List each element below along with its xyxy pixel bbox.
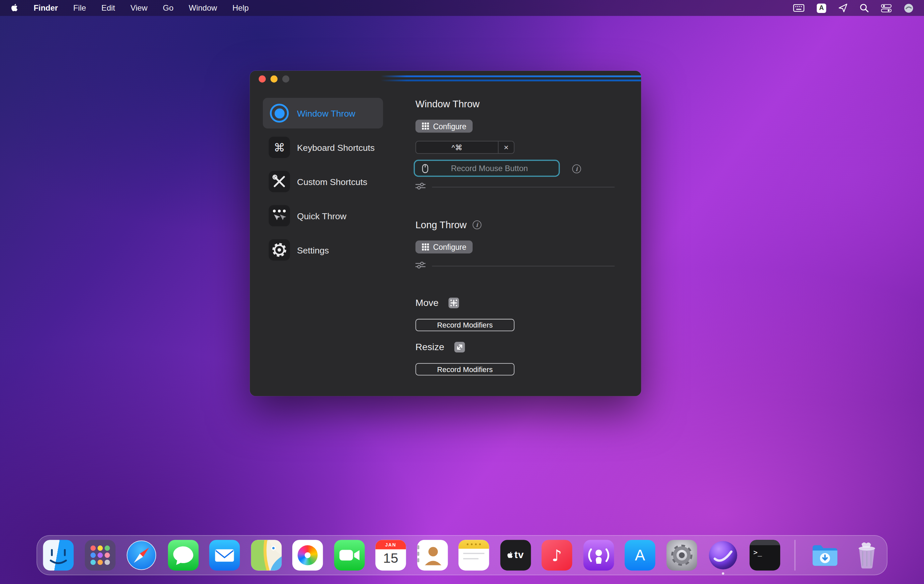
dock-item-system-preferences[interactable]: [666, 540, 697, 571]
terminal-prompt: >_: [753, 548, 780, 556]
long-throw-heading: Long Throw i: [416, 219, 481, 231]
move-record-modifiers-button[interactable]: Record Modifiers: [416, 319, 515, 331]
window-throw-heading: Window Throw: [416, 98, 480, 110]
grid-icon: [422, 244, 429, 251]
keyboard-shortcut-field[interactable]: ^⌘ ×: [416, 141, 515, 154]
traffic-lights: [259, 76, 289, 82]
apple-icon: [11, 3, 18, 13]
calendar-day: 15: [375, 551, 406, 566]
dock-item-finder[interactable]: [43, 540, 74, 571]
dock-item-maps[interactable]: [251, 540, 281, 571]
tv-label: tv: [515, 549, 524, 561]
menu-edit[interactable]: Edit: [101, 4, 115, 13]
move-row: Move: [416, 298, 459, 308]
location-icon[interactable]: [839, 4, 848, 13]
advanced-options-icon-window-throw[interactable]: [416, 181, 426, 192]
app-menu-finder[interactable]: Finder: [33, 4, 58, 13]
sidebar-item-window-throw[interactable]: Window Throw: [263, 98, 383, 129]
command-icon: ⌘: [269, 137, 290, 158]
menu-help[interactable]: Help: [233, 4, 249, 13]
dock-item-podcasts[interactable]: [583, 540, 614, 571]
clear-shortcut-button[interactable]: ×: [498, 142, 514, 153]
minimize-button[interactable]: [271, 76, 277, 82]
record-mouse-button-field[interactable]: Record Mouse Button: [414, 160, 560, 177]
record-mouse-placeholder: Record Mouse Button: [429, 164, 550, 173]
dock-item-music[interactable]: ♪: [542, 540, 572, 571]
dock-item-apple-tv[interactable]: tv: [500, 540, 530, 571]
sidebar-item-settings[interactable]: Settings: [263, 234, 383, 265]
info-icon-long-throw[interactable]: i: [473, 221, 482, 229]
app-store-a: A: [635, 546, 645, 564]
dock-item-app-store[interactable]: A: [625, 540, 655, 571]
dock-item-terminal[interactable]: >_: [749, 540, 780, 571]
menu-bar: Finder File Edit View Go Window Help A: [0, 0, 924, 16]
settings-window: Window Throw ⌘ Keyboard Shortcuts Custom…: [250, 71, 641, 396]
dock-item-trash[interactable]: [851, 540, 882, 571]
gear-icon: [269, 239, 290, 261]
sidebar-item-quick-throw[interactable]: Quick Throw: [263, 200, 383, 231]
dock-item-launchpad[interactable]: [85, 540, 115, 571]
sidebar-item-keyboard-shortcuts[interactable]: ⌘ Keyboard Shortcuts: [263, 132, 383, 162]
window-content: Window Throw Configure ^⌘ × Record Mouse…: [416, 71, 615, 396]
dock-separator: [794, 540, 795, 571]
search-icon[interactable]: [860, 4, 869, 13]
music-note-icon: ♪: [552, 546, 562, 564]
menu-view[interactable]: View: [130, 4, 148, 13]
dock-item-downloads[interactable]: [810, 540, 840, 571]
dock-item-safari[interactable]: [126, 540, 157, 571]
long-throw-configure-button[interactable]: Configure: [416, 241, 473, 254]
dock-item-mail[interactable]: [209, 540, 240, 571]
advanced-options-icon-long-throw[interactable]: [416, 261, 426, 271]
apple-menu[interactable]: [11, 3, 18, 13]
dock-item-notes[interactable]: [458, 540, 489, 571]
close-button[interactable]: [259, 76, 266, 82]
input-source-icon[interactable]: A: [817, 3, 826, 13]
quick-throw-icon: [269, 205, 290, 226]
resize-heading: Resize: [416, 342, 444, 353]
apple-icon: [507, 551, 513, 559]
purple-sphere-icon: [709, 541, 737, 569]
window-throw-configure-button[interactable]: Configure: [416, 120, 473, 132]
siri-icon[interactable]: [904, 3, 913, 13]
divider: [432, 266, 615, 266]
calendar-month: JAN: [375, 540, 406, 549]
info-icon-mouse[interactable]: i: [572, 165, 581, 173]
dock-item-contacts[interactable]: [417, 540, 447, 571]
sidebar-item-custom-shortcuts[interactable]: Custom Shortcuts: [263, 166, 383, 197]
menu-window[interactable]: Window: [189, 4, 217, 13]
window-throw-icon: [269, 103, 290, 124]
move-grid-icon: [449, 298, 459, 308]
shortcut-value: ^⌘: [416, 142, 498, 153]
notes-header: [458, 540, 489, 549]
move-heading: Move: [416, 298, 439, 308]
running-indicator: [722, 572, 724, 575]
menu-go[interactable]: Go: [163, 4, 173, 13]
grid-icon: [422, 122, 429, 130]
desktop: Finder File Edit View Go Window Help A: [0, 0, 924, 584]
zoom-button[interactable]: [282, 76, 289, 82]
keyboard-icon[interactable]: [793, 4, 804, 12]
resize-record-modifiers-button[interactable]: Record Modifiers: [416, 363, 515, 375]
dock: JAN 15 tv ♪ A: [36, 535, 888, 575]
tools-icon: [269, 171, 290, 192]
resize-row: Resize: [416, 342, 465, 353]
menu-bar-status: A: [793, 3, 913, 13]
menu-file[interactable]: File: [73, 4, 86, 13]
dock-item-photos[interactable]: [292, 540, 323, 571]
resize-diagonal-icon: [454, 342, 465, 353]
compass-icon: [127, 541, 156, 570]
sidebar: Window Throw ⌘ Keyboard Shortcuts Custom…: [263, 98, 383, 269]
mouse-icon: [422, 163, 429, 173]
divider: [432, 187, 615, 187]
control-center-icon[interactable]: [881, 4, 891, 12]
dock-item-facetime[interactable]: [334, 540, 365, 571]
dock-item-messages[interactable]: [168, 540, 198, 571]
dock-item-window-manager-app[interactable]: [708, 540, 738, 571]
dock-item-calendar[interactable]: JAN 15: [375, 540, 406, 571]
